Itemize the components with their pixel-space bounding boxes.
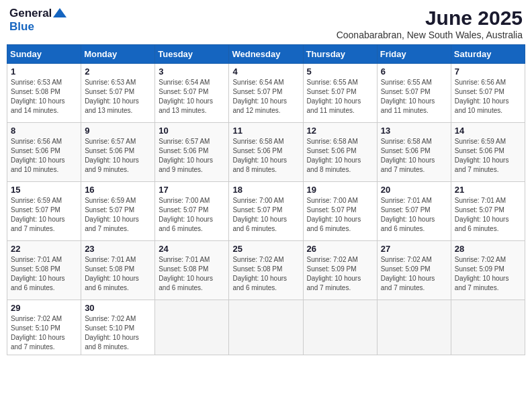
day-number: 18: [232, 185, 299, 195]
table-row: 7Sunrise: 6:56 AMSunset: 5:07 PMDaylight…: [451, 64, 525, 123]
table-row: 8Sunrise: 6:56 AMSunset: 5:06 PMDaylight…: [7, 123, 81, 182]
day-info: Sunrise: 6:55 AMSunset: 5:07 PMDaylight:…: [381, 78, 447, 116]
calendar-week-row: 15Sunrise: 6:59 AMSunset: 5:07 PMDayligh…: [7, 182, 525, 241]
table-row: 11Sunrise: 6:58 AMSunset: 5:06 PMDayligh…: [229, 123, 303, 182]
col-thursday: Thursday: [303, 45, 377, 64]
day-info: Sunrise: 6:56 AMSunset: 5:06 PMDaylight:…: [11, 137, 77, 175]
day-info: Sunrise: 6:53 AMSunset: 5:07 PMDaylight:…: [85, 78, 151, 116]
logo-blue-text: Blue: [9, 20, 34, 33]
day-number: 14: [455, 126, 521, 136]
table-row: 12Sunrise: 6:58 AMSunset: 5:06 PMDayligh…: [303, 123, 377, 182]
day-number: 26: [307, 244, 373, 254]
table-row: 1Sunrise: 6:53 AMSunset: 5:08 PMDaylight…: [7, 64, 81, 123]
day-info: Sunrise: 7:01 AMSunset: 5:07 PMDaylight:…: [455, 196, 521, 234]
title-section: June 2025 Coonabarabran, New South Wales…: [337, 7, 523, 40]
table-row: 28Sunrise: 7:02 AMSunset: 5:09 PMDayligh…: [451, 241, 525, 300]
col-tuesday: Tuesday: [155, 45, 229, 64]
day-info: Sunrise: 7:00 AMSunset: 5:07 PMDaylight:…: [232, 196, 299, 234]
col-friday: Friday: [377, 45, 451, 64]
table-row: 22Sunrise: 7:01 AMSunset: 5:08 PMDayligh…: [7, 241, 81, 300]
calendar-week-row: 22Sunrise: 7:01 AMSunset: 5:08 PMDayligh…: [7, 241, 525, 300]
table-row: 17Sunrise: 7:00 AMSunset: 5:07 PMDayligh…: [155, 182, 229, 241]
calendar-header-row: Sunday Monday Tuesday Wednesday Thursday…: [7, 45, 525, 64]
logo-general-text: General: [9, 7, 52, 20]
day-number: 6: [381, 66, 447, 77]
table-row: 29Sunrise: 7:02 AMSunset: 5:10 PMDayligh…: [7, 300, 81, 355]
day-number: 11: [232, 126, 299, 136]
day-info: Sunrise: 6:57 AMSunset: 5:06 PMDaylight:…: [159, 137, 225, 175]
day-info: Sunrise: 7:02 AMSunset: 5:09 PMDaylight:…: [455, 255, 521, 293]
day-number: 16: [85, 185, 151, 195]
day-info: Sunrise: 7:00 AMSunset: 5:07 PMDaylight:…: [159, 196, 225, 234]
day-number: 2: [85, 66, 151, 77]
day-number: 12: [307, 126, 373, 136]
day-number: 27: [381, 244, 447, 254]
day-number: 29: [11, 303, 77, 313]
table-row: 10Sunrise: 6:57 AMSunset: 5:06 PMDayligh…: [155, 123, 229, 182]
calendar-week-row: 8Sunrise: 6:56 AMSunset: 5:06 PMDaylight…: [7, 123, 525, 182]
calendar-table: Sunday Monday Tuesday Wednesday Thursday…: [7, 44, 525, 355]
svg-marker-0: [53, 8, 66, 17]
day-number: 28: [455, 244, 521, 254]
day-number: 7: [455, 66, 521, 77]
table-row: 23Sunrise: 7:01 AMSunset: 5:08 PMDayligh…: [81, 241, 155, 300]
table-row: [155, 300, 229, 355]
day-info: Sunrise: 6:54 AMSunset: 5:07 PMDaylight:…: [232, 78, 299, 116]
day-info: Sunrise: 7:01 AMSunset: 5:07 PMDaylight:…: [381, 196, 447, 234]
table-row: [451, 300, 525, 355]
day-number: 1: [11, 66, 77, 77]
location-title: Coonabarabran, New South Wales, Australi…: [337, 30, 523, 40]
col-saturday: Saturday: [451, 45, 525, 64]
day-number: 4: [232, 66, 299, 77]
day-number: 19: [307, 185, 373, 195]
day-info: Sunrise: 7:02 AMSunset: 5:09 PMDaylight:…: [307, 255, 373, 293]
day-info: Sunrise: 6:59 AMSunset: 5:06 PMDaylight:…: [455, 137, 521, 175]
day-info: Sunrise: 6:58 AMSunset: 5:06 PMDaylight:…: [307, 137, 373, 175]
day-info: Sunrise: 7:01 AMSunset: 5:08 PMDaylight:…: [159, 255, 225, 293]
table-row: 26Sunrise: 7:02 AMSunset: 5:09 PMDayligh…: [303, 241, 377, 300]
day-number: 30: [85, 303, 151, 313]
day-info: Sunrise: 6:56 AMSunset: 5:07 PMDaylight:…: [455, 78, 521, 116]
day-info: Sunrise: 7:02 AMSunset: 5:09 PMDaylight:…: [381, 255, 447, 293]
day-info: Sunrise: 6:58 AMSunset: 5:06 PMDaylight:…: [381, 137, 447, 175]
table-row: 21Sunrise: 7:01 AMSunset: 5:07 PMDayligh…: [451, 182, 525, 241]
day-number: 15: [11, 185, 77, 195]
col-monday: Monday: [81, 45, 155, 64]
table-row: 16Sunrise: 6:59 AMSunset: 5:07 PMDayligh…: [81, 182, 155, 241]
day-number: 24: [159, 244, 225, 254]
table-row: 2Sunrise: 6:53 AMSunset: 5:07 PMDaylight…: [81, 64, 155, 123]
day-info: Sunrise: 6:55 AMSunset: 5:07 PMDaylight:…: [307, 78, 373, 116]
table-row: 3Sunrise: 6:54 AMSunset: 5:07 PMDaylight…: [155, 64, 229, 123]
day-number: 3: [159, 66, 225, 77]
day-number: 23: [85, 244, 151, 254]
table-row: 30Sunrise: 7:02 AMSunset: 5:10 PMDayligh…: [81, 300, 155, 355]
day-number: 20: [381, 185, 447, 195]
day-info: Sunrise: 6:58 AMSunset: 5:06 PMDaylight:…: [232, 137, 299, 175]
table-row: [303, 300, 377, 355]
col-wednesday: Wednesday: [229, 45, 303, 64]
day-info: Sunrise: 6:53 AMSunset: 5:08 PMDaylight:…: [11, 78, 77, 116]
table-row: 9Sunrise: 6:57 AMSunset: 5:06 PMDaylight…: [81, 123, 155, 182]
day-info: Sunrise: 7:02 AMSunset: 5:10 PMDaylight:…: [85, 314, 151, 352]
table-row: 14Sunrise: 6:59 AMSunset: 5:06 PMDayligh…: [451, 123, 525, 182]
day-number: 25: [232, 244, 299, 254]
calendar-week-row: 29Sunrise: 7:02 AMSunset: 5:10 PMDayligh…: [7, 300, 525, 355]
day-number: 10: [159, 126, 225, 136]
table-row: [229, 300, 303, 355]
table-row: 4Sunrise: 6:54 AMSunset: 5:07 PMDaylight…: [229, 64, 303, 123]
day-info: Sunrise: 7:01 AMSunset: 5:08 PMDaylight:…: [85, 255, 151, 293]
table-row: [377, 300, 451, 355]
day-number: 9: [85, 126, 151, 136]
table-row: 20Sunrise: 7:01 AMSunset: 5:07 PMDayligh…: [377, 182, 451, 241]
day-info: Sunrise: 7:02 AMSunset: 5:10 PMDaylight:…: [11, 314, 77, 352]
day-number: 21: [455, 185, 521, 195]
day-number: 5: [307, 66, 373, 77]
day-info: Sunrise: 7:02 AMSunset: 5:08 PMDaylight:…: [232, 255, 299, 293]
logo: General Blue: [9, 7, 66, 34]
table-row: 18Sunrise: 7:00 AMSunset: 5:07 PMDayligh…: [229, 182, 303, 241]
day-number: 8: [11, 126, 77, 136]
day-info: Sunrise: 7:00 AMSunset: 5:07 PMDaylight:…: [307, 196, 373, 234]
day-info: Sunrise: 6:57 AMSunset: 5:06 PMDaylight:…: [85, 137, 151, 175]
day-number: 13: [381, 126, 447, 136]
table-row: 15Sunrise: 6:59 AMSunset: 5:07 PMDayligh…: [7, 182, 81, 241]
